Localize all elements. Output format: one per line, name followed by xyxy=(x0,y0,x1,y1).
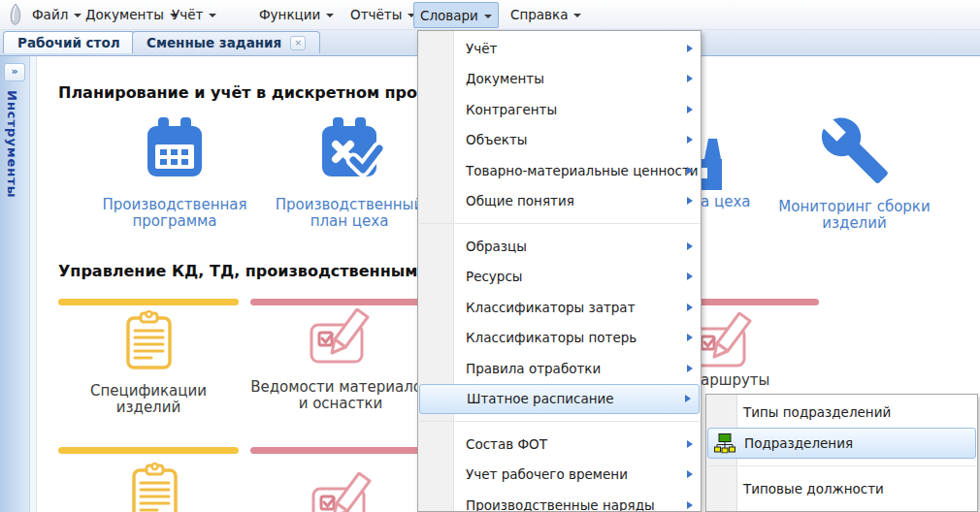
menubar-label: Учёт xyxy=(172,7,203,22)
menubar-label: Словари xyxy=(420,8,478,23)
app-logo-icon xyxy=(8,3,23,26)
menubar-item-reports[interactable]: Отчёты xyxy=(344,4,421,25)
card-shop-production-plan[interactable]: Производственный план цеха xyxy=(262,114,437,230)
tab-close-icon[interactable]: × xyxy=(290,36,306,50)
submenu-arrow-icon xyxy=(687,106,693,113)
wrench-icon xyxy=(819,114,891,186)
submenu-arrow-icon xyxy=(687,197,693,205)
submenu-arrow-icon xyxy=(687,45,693,52)
menubar-item-help[interactable]: Справка xyxy=(505,4,587,25)
submenu-arrow-icon xyxy=(687,501,693,509)
menu-item-documents[interactable]: Документы xyxy=(418,64,701,95)
tab-label: Рабочий стол xyxy=(17,35,120,50)
chevron-down-icon xyxy=(326,14,334,17)
menubar-item-dictionaries[interactable]: Словари xyxy=(413,2,499,28)
card-label: Производственный план цеха xyxy=(262,197,437,230)
menubar-label: Отчёты xyxy=(350,7,402,22)
menu-bar: Файл Документы Учёт Функции Отчёты Слова… xyxy=(0,0,980,30)
menubar-label: Функции xyxy=(259,7,320,22)
menu-item-label: Подразделения xyxy=(744,435,853,451)
document-pencil-icon[interactable] xyxy=(310,472,375,512)
submenu-arrow-icon xyxy=(687,365,693,372)
accent-bar-yellow xyxy=(58,299,239,305)
accent-bar-yellow xyxy=(58,447,239,454)
section-title-management: Управление КД, ТД, производственным со xyxy=(58,262,442,280)
hidden-card-label-fragment[interactable]: а цеха xyxy=(701,193,750,210)
menu-item-loss-classifiers[interactable]: Классификаторы потерь xyxy=(418,323,701,354)
menu-item-counterparties[interactable]: Контрагенты xyxy=(418,94,701,125)
card-label: Ведомости материалов и оснастки xyxy=(250,379,431,412)
menu-item-label: Классификаторы потерь xyxy=(466,330,637,345)
submenu-arrow-icon xyxy=(687,242,693,250)
menu-separator xyxy=(418,414,701,429)
card-label: Производственная программа xyxy=(87,197,262,230)
menu-item-label: Образцы xyxy=(466,239,527,254)
hidden-card-label-fragment[interactable]: аршруты xyxy=(701,371,769,389)
chevron-down-icon xyxy=(573,14,581,17)
sidebar-title-tools[interactable]: Инструменты xyxy=(5,90,19,199)
sidebar-expand-icon[interactable]: » xyxy=(4,63,25,81)
menu-separator xyxy=(706,459,977,473)
menu-item-departments[interactable]: Подразделения xyxy=(707,428,976,459)
card-product-specifications[interactable]: Спецификации изделий xyxy=(58,310,239,416)
submenu-arrow-icon xyxy=(687,304,693,311)
menu-item-time-tracking[interactable]: Учет рабочего времени xyxy=(418,460,701,491)
menu-item-partially-cut[interactable]: Д xyxy=(706,504,977,512)
menu-item-general-concepts[interactable]: Общие понятия xyxy=(418,186,701,217)
menu-item-inventory[interactable]: Товарно-материальные ценности xyxy=(418,155,701,186)
menu-item-production-orders[interactable]: Производственные наряды xyxy=(418,490,701,512)
menu-item-typical-positions[interactable]: Типовые должности xyxy=(706,473,977,504)
menu-item-label: Общие понятия xyxy=(466,193,574,208)
card-label: Мониторинг сборки изделий xyxy=(760,199,949,232)
submenu-arrow-icon xyxy=(687,272,693,280)
submenu-arrow-icon xyxy=(687,167,693,175)
menubar-item-file[interactable]: Файл xyxy=(26,4,87,25)
chevron-down-icon xyxy=(209,14,216,17)
chevron-down-icon xyxy=(484,15,492,18)
menu-item-payroll-composition[interactable]: Состав ФОТ xyxy=(418,429,701,460)
document-pencil-icon xyxy=(309,308,373,367)
sidebar-splitter[interactable] xyxy=(30,55,37,512)
menu-item-label: Учет рабочего времени xyxy=(466,466,628,482)
menu-item-label: Типовые должности xyxy=(743,481,884,496)
menu-item-processing-rules[interactable]: Правила отработки xyxy=(418,353,701,384)
menu-item-label: Ресурсы xyxy=(466,269,523,284)
menu-item-department-types[interactable]: Типы подразделений xyxy=(706,397,977,428)
menu-item-label: Типы подразделений xyxy=(743,404,891,420)
submenu-arrow-icon xyxy=(687,334,693,341)
submenu-arrow-icon xyxy=(687,75,693,82)
submenu-arrow-icon xyxy=(685,395,691,402)
card-assembly-monitoring[interactable]: Мониторинг сборки изделий xyxy=(760,114,949,232)
menu-item-label: Объекты xyxy=(466,132,527,147)
dictionaries-dropdown-menu: Учёт Документы Контрагенты Объекты Товар… xyxy=(417,30,702,512)
menubar-label: Справка xyxy=(510,7,568,22)
staffing-submenu: Типы подразделений Подразделения Типовые… xyxy=(705,394,978,512)
menu-item-label: Контрагенты xyxy=(466,102,557,117)
tab-shift-tasks[interactable]: Сменные задания × xyxy=(132,31,320,53)
clipboard-icon xyxy=(120,310,177,370)
calendar-x-check-icon xyxy=(314,114,384,184)
menu-separator xyxy=(418,216,701,231)
menu-item-label: Штатное расписание xyxy=(467,391,614,406)
menu-item-accounting[interactable]: Учёт xyxy=(418,33,701,64)
tab-label: Сменные задания xyxy=(147,35,281,50)
menu-item-label: Классификаторы затрат xyxy=(466,300,636,315)
menu-item-staffing-schedule[interactable]: Штатное расписание xyxy=(419,384,700,415)
menu-item-label: Товарно-материальные ценности xyxy=(466,163,699,178)
menu-item-resources[interactable]: Ресурсы xyxy=(418,262,701,293)
menubar-item-accounting[interactable]: Учёт xyxy=(166,4,222,25)
tab-desktop[interactable]: Рабочий стол xyxy=(3,31,135,53)
menubar-item-functions[interactable]: Функции xyxy=(253,4,340,25)
card-material-lists[interactable]: Ведомости материалов и оснастки xyxy=(250,308,431,412)
menu-item-cost-classifiers[interactable]: Классификаторы затрат xyxy=(418,292,701,323)
submenu-arrow-icon xyxy=(687,440,693,448)
menu-item-label: Производственные наряды xyxy=(466,497,655,512)
menubar-label: Файл xyxy=(32,7,68,22)
card-production-program[interactable]: Производственная программа xyxy=(87,114,262,230)
app-window: Планирование и учёт в дискретном произ П… xyxy=(0,0,980,512)
clipboard-icon[interactable] xyxy=(126,463,182,512)
submenu-arrow-icon xyxy=(687,136,693,144)
menu-item-objects[interactable]: Объекты xyxy=(418,125,701,156)
menu-item-label: Документы xyxy=(466,71,544,86)
menu-item-samples[interactable]: Образцы xyxy=(418,231,701,262)
